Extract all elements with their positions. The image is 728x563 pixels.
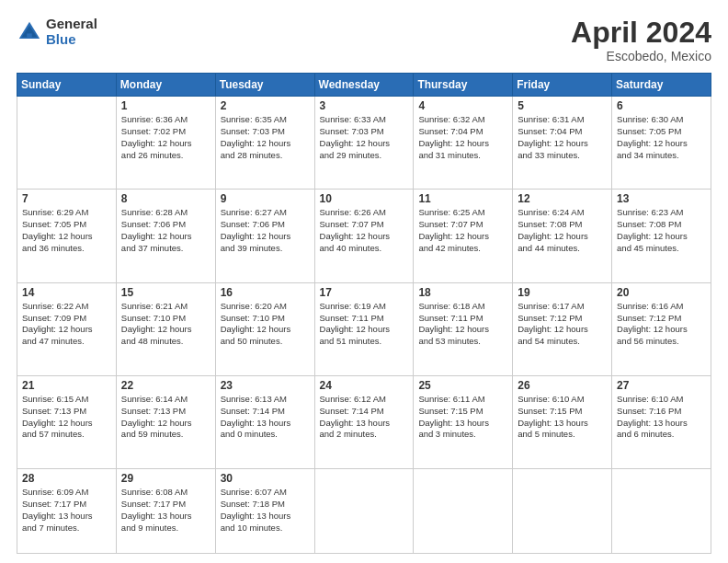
day-info: Sunrise: 6:14 AM Sunset: 7:13 PM Dayligh… — [121, 394, 210, 441]
day-info: Sunrise: 6:25 AM Sunset: 7:07 PM Dayligh… — [418, 207, 507, 254]
col-tuesday: Tuesday — [215, 74, 314, 97]
day-info: Sunrise: 6:19 AM Sunset: 7:11 PM Dayligh… — [320, 301, 409, 348]
day-number: 8 — [121, 192, 210, 205]
day-info: Sunrise: 6:10 AM Sunset: 7:16 PM Dayligh… — [617, 394, 706, 441]
day-info: Sunrise: 6:32 AM Sunset: 7:04 PM Dayligh… — [418, 114, 507, 161]
day-info: Sunrise: 6:11 AM Sunset: 7:15 PM Dayligh… — [418, 394, 507, 441]
day-number: 18 — [418, 286, 507, 299]
table-row: 13Sunrise: 6:23 AM Sunset: 7:08 PM Dayli… — [612, 190, 711, 282]
day-info: Sunrise: 6:07 AM Sunset: 7:18 PM Dayligh… — [221, 487, 310, 534]
day-number: 5 — [518, 99, 607, 112]
day-info: Sunrise: 6:27 AM Sunset: 7:06 PM Dayligh… — [221, 207, 310, 254]
day-info: Sunrise: 6:13 AM Sunset: 7:14 PM Dayligh… — [221, 394, 310, 441]
calendar-week-row: 21Sunrise: 6:15 AM Sunset: 7:13 PM Dayli… — [17, 375, 711, 468]
day-info: Sunrise: 6:12 AM Sunset: 7:14 PM Dayligh… — [320, 394, 409, 441]
logo-icon — [17, 19, 42, 45]
table-row: 9Sunrise: 6:27 AM Sunset: 7:06 PM Daylig… — [215, 190, 314, 282]
table-row: 14Sunrise: 6:22 AM Sunset: 7:09 PM Dayli… — [17, 282, 117, 375]
day-info: Sunrise: 6:22 AM Sunset: 7:09 PM Dayligh… — [22, 301, 111, 348]
table-row: 30Sunrise: 6:07 AM Sunset: 7:18 PM Dayli… — [215, 469, 314, 554]
header: General Blue April 2024 Escobedo, Mexico — [17, 17, 711, 63]
table-row: 8Sunrise: 6:28 AM Sunset: 7:06 PM Daylig… — [116, 190, 215, 282]
day-number: 2 — [221, 99, 310, 112]
day-info: Sunrise: 6:24 AM Sunset: 7:08 PM Dayligh… — [518, 207, 607, 254]
day-number: 19 — [518, 286, 607, 299]
day-info: Sunrise: 6:18 AM Sunset: 7:11 PM Dayligh… — [418, 301, 507, 348]
day-info: Sunrise: 6:17 AM Sunset: 7:12 PM Dayligh… — [518, 301, 607, 348]
logo-text: General Blue — [46, 17, 97, 47]
day-number: 17 — [320, 286, 409, 299]
table-row: 7Sunrise: 6:29 AM Sunset: 7:05 PM Daylig… — [17, 190, 117, 282]
location-subtitle: Escobedo, Mexico — [571, 49, 711, 63]
day-info: Sunrise: 6:10 AM Sunset: 7:15 PM Dayligh… — [518, 394, 607, 441]
col-wednesday: Wednesday — [314, 74, 414, 97]
calendar-table: Sunday Monday Tuesday Wednesday Thursday… — [17, 73, 711, 554]
day-number: 25 — [418, 379, 507, 392]
day-number: 14 — [22, 286, 111, 299]
table-row: 27Sunrise: 6:10 AM Sunset: 7:16 PM Dayli… — [612, 375, 711, 468]
day-number: 20 — [617, 286, 706, 299]
day-number: 13 — [617, 192, 706, 205]
table-row: 1Sunrise: 6:36 AM Sunset: 7:02 PM Daylig… — [116, 97, 215, 190]
day-number: 23 — [221, 379, 310, 392]
table-row: 20Sunrise: 6:16 AM Sunset: 7:12 PM Dayli… — [612, 282, 711, 375]
table-row: 5Sunrise: 6:31 AM Sunset: 7:04 PM Daylig… — [513, 97, 612, 190]
table-row — [314, 469, 414, 554]
day-info: Sunrise: 6:33 AM Sunset: 7:03 PM Dayligh… — [320, 114, 409, 161]
calendar-week-row: 28Sunrise: 6:09 AM Sunset: 7:17 PM Dayli… — [17, 469, 711, 554]
day-number: 9 — [221, 192, 310, 205]
day-info: Sunrise: 6:23 AM Sunset: 7:08 PM Dayligh… — [617, 207, 706, 254]
day-number: 15 — [121, 286, 210, 299]
table-row: 10Sunrise: 6:26 AM Sunset: 7:07 PM Dayli… — [314, 190, 414, 282]
day-number: 24 — [320, 379, 409, 392]
table-row — [414, 469, 513, 554]
day-info: Sunrise: 6:28 AM Sunset: 7:06 PM Dayligh… — [121, 207, 210, 254]
table-row: 15Sunrise: 6:21 AM Sunset: 7:10 PM Dayli… — [116, 282, 215, 375]
month-title: April 2024 — [571, 17, 711, 49]
day-number: 22 — [121, 379, 210, 392]
title-block: April 2024 Escobedo, Mexico — [571, 17, 711, 63]
day-number: 6 — [617, 99, 706, 112]
day-number: 21 — [22, 379, 111, 392]
day-info: Sunrise: 6:35 AM Sunset: 7:03 PM Dayligh… — [221, 114, 310, 161]
table-row: 6Sunrise: 6:30 AM Sunset: 7:05 PM Daylig… — [612, 97, 711, 190]
calendar-header-row: Sunday Monday Tuesday Wednesday Thursday… — [17, 74, 711, 97]
table-row: 4Sunrise: 6:32 AM Sunset: 7:04 PM Daylig… — [414, 97, 513, 190]
day-number: 29 — [121, 472, 210, 485]
day-info: Sunrise: 6:31 AM Sunset: 7:04 PM Dayligh… — [518, 114, 607, 161]
table-row: 16Sunrise: 6:20 AM Sunset: 7:10 PM Dayli… — [215, 282, 314, 375]
table-row — [17, 97, 117, 190]
calendar-week-row: 1Sunrise: 6:36 AM Sunset: 7:02 PM Daylig… — [17, 97, 711, 190]
table-row: 19Sunrise: 6:17 AM Sunset: 7:12 PM Dayli… — [513, 282, 612, 375]
day-number: 7 — [22, 192, 111, 205]
col-thursday: Thursday — [414, 74, 513, 97]
table-row: 29Sunrise: 6:08 AM Sunset: 7:17 PM Dayli… — [116, 469, 215, 554]
col-monday: Monday — [116, 74, 215, 97]
day-number: 3 — [320, 99, 409, 112]
svg-rect-2 — [27, 33, 32, 39]
col-friday: Friday — [513, 74, 612, 97]
logo: General Blue — [17, 17, 97, 47]
calendar-week-row: 14Sunrise: 6:22 AM Sunset: 7:09 PM Dayli… — [17, 282, 711, 375]
day-info: Sunrise: 6:16 AM Sunset: 7:12 PM Dayligh… — [617, 301, 706, 348]
day-info: Sunrise: 6:30 AM Sunset: 7:05 PM Dayligh… — [617, 114, 706, 161]
table-row: 18Sunrise: 6:18 AM Sunset: 7:11 PM Dayli… — [414, 282, 513, 375]
table-row: 23Sunrise: 6:13 AM Sunset: 7:14 PM Dayli… — [215, 375, 314, 468]
col-sunday: Sunday — [17, 74, 117, 97]
table-row: 22Sunrise: 6:14 AM Sunset: 7:13 PM Dayli… — [116, 375, 215, 468]
table-row: 17Sunrise: 6:19 AM Sunset: 7:11 PM Dayli… — [314, 282, 414, 375]
day-info: Sunrise: 6:15 AM Sunset: 7:13 PM Dayligh… — [22, 394, 111, 441]
day-info: Sunrise: 6:20 AM Sunset: 7:10 PM Dayligh… — [221, 301, 310, 348]
table-row: 21Sunrise: 6:15 AM Sunset: 7:13 PM Dayli… — [17, 375, 117, 468]
day-number: 26 — [518, 379, 607, 392]
day-number: 28 — [22, 472, 111, 485]
table-row: 3Sunrise: 6:33 AM Sunset: 7:03 PM Daylig… — [314, 97, 414, 190]
day-info: Sunrise: 6:36 AM Sunset: 7:02 PM Dayligh… — [121, 114, 210, 161]
day-number: 10 — [320, 192, 409, 205]
table-row: 12Sunrise: 6:24 AM Sunset: 7:08 PM Dayli… — [513, 190, 612, 282]
table-row: 28Sunrise: 6:09 AM Sunset: 7:17 PM Dayli… — [17, 469, 117, 554]
table-row: 26Sunrise: 6:10 AM Sunset: 7:15 PM Dayli… — [513, 375, 612, 468]
table-row — [513, 469, 612, 554]
day-number: 16 — [221, 286, 310, 299]
day-info: Sunrise: 6:21 AM Sunset: 7:10 PM Dayligh… — [121, 301, 210, 348]
